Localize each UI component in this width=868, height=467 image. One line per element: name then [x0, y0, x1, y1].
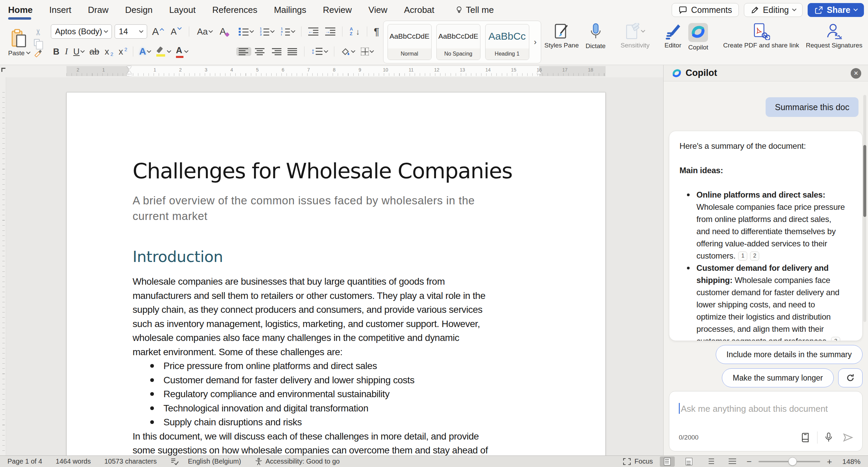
sort-button[interactable] — [347, 26, 363, 37]
styles-gallery-more-button[interactable]: › — [534, 37, 537, 47]
font-size-select[interactable]: 14 — [115, 24, 147, 39]
style-normal[interactable]: AaBbCcDdENormal — [388, 24, 432, 60]
spellcheck-icon[interactable] — [170, 458, 179, 466]
tab-mailings[interactable]: Mailings — [274, 5, 306, 15]
font-name-select[interactable]: Aptos (Body) — [51, 24, 112, 39]
style-no-spacing[interactable]: AaBbCcDdENo Spacing — [436, 24, 480, 60]
grow-font-button[interactable]: A — [150, 25, 166, 38]
increase-indent-button[interactable] — [322, 27, 338, 36]
zoom-slider-handle[interactable] — [788, 457, 797, 466]
focus-mode-button[interactable]: Focus — [623, 458, 653, 465]
web-layout-view-button[interactable] — [682, 456, 696, 467]
horizontal-ruler[interactable]: 21123456789101112131415161718 — [0, 65, 663, 77]
numbered-list-button[interactable] — [257, 27, 276, 36]
styles-pane-button[interactable]: Styles Pane — [541, 21, 582, 63]
zoom-in-button[interactable]: + — [827, 458, 832, 465]
copilot-input[interactable]: Ask me anything about this document 0/20… — [669, 391, 863, 451]
multilevel-list-button[interactable] — [278, 27, 297, 36]
comments-button[interactable]: Comments — [672, 3, 739, 17]
italic-button[interactable]: I — [62, 46, 70, 57]
document-bullet-item[interactable]: Price pressure from online platforms and… — [133, 359, 539, 373]
tab-references[interactable]: References — [212, 5, 257, 15]
justify-button[interactable] — [285, 47, 300, 56]
document-subtitle[interactable]: A brief overview of the common issues fa… — [133, 193, 539, 224]
bullet-list-button[interactable] — [236, 27, 256, 36]
document-bullet-item[interactable]: Technological innovation and digital tra… — [133, 401, 539, 415]
character-count[interactable]: 10573 characters — [104, 458, 157, 465]
borders-button[interactable] — [358, 47, 376, 56]
text-effects-button[interactable]: A — [137, 45, 153, 58]
highlight-button[interactable] — [154, 46, 173, 57]
zoom-level[interactable]: 148% — [839, 458, 861, 466]
tab-stop-selector[interactable] — [1, 68, 5, 72]
line-spacing-button[interactable] — [309, 47, 330, 56]
clear-formatting-button[interactable]: A — [217, 25, 229, 38]
suggestion-more-details[interactable]: Include more details in the summary — [716, 345, 863, 364]
paste-button[interactable]: Paste — [5, 27, 33, 57]
tell-me[interactable]: Tell me — [466, 5, 494, 15]
request-signatures-button[interactable]: Request Signatures — [803, 21, 866, 63]
document-paragraph[interactable]: Wholesale companies are businesses that … — [133, 275, 539, 359]
font-color-button[interactable]: A — [174, 44, 190, 59]
strikethrough-button[interactable]: ab — [87, 46, 102, 58]
hanging-indent-marker[interactable] — [127, 71, 132, 76]
word-count[interactable]: 1464 words — [56, 458, 91, 465]
document-paragraph[interactable]: In this document, we will discuss each o… — [133, 429, 539, 456]
microphone-icon[interactable] — [824, 432, 833, 443]
shading-button[interactable] — [338, 46, 357, 57]
bold-button[interactable]: B — [51, 46, 62, 58]
show-paragraph-marks-button[interactable]: ¶ — [371, 25, 381, 38]
draft-view-button[interactable] — [725, 456, 740, 467]
underline-button[interactable]: U — [71, 46, 86, 58]
create-pdf-button[interactable]: Create PDF and share link — [720, 21, 803, 63]
document-bullet-list[interactable]: Price pressure from online platforms and… — [133, 359, 539, 429]
copilot-response-card[interactable]: Here's a summary of the document: Main i… — [669, 131, 863, 341]
document-canvas[interactable]: Challenges for Wholesale Companies A bri… — [0, 77, 663, 455]
tab-view[interactable]: View — [369, 5, 388, 15]
share-button[interactable]: Share — [808, 3, 864, 17]
page-indicator[interactable]: Page 1 of 4 — [7, 458, 42, 465]
tab-home[interactable]: Home — [8, 5, 33, 15]
tab-layout[interactable]: Layout — [169, 5, 196, 15]
align-left-button[interactable] — [236, 47, 251, 56]
citation-chip[interactable]: 2 — [750, 251, 759, 261]
copy-button[interactable] — [34, 39, 40, 46]
document-title[interactable]: Challenges for Wholesale Companies — [133, 159, 539, 183]
subscript-button[interactable]: x2 — [102, 46, 116, 58]
tab-acrobat[interactable]: Acrobat — [404, 5, 434, 15]
align-center-button[interactable] — [253, 47, 268, 56]
align-right-button[interactable] — [269, 47, 284, 56]
first-line-indent-marker[interactable] — [127, 66, 132, 69]
document-page[interactable]: Challenges for Wholesale Companies A bri… — [66, 92, 606, 455]
accessibility-status[interactable]: Accessibility: Good to go — [255, 458, 340, 466]
vertical-ruler[interactable] — [0, 77, 6, 455]
superscript-button[interactable]: x2 — [116, 46, 130, 58]
citation-chip[interactable]: 1 — [738, 251, 747, 261]
close-icon[interactable]: ✕ — [851, 68, 861, 79]
document-bullet-item[interactable]: Customer demand for faster delivery and … — [133, 373, 539, 387]
copilot-button[interactable]: Copilot — [685, 21, 712, 63]
print-layout-view-button[interactable] — [660, 456, 675, 467]
zoom-out-button[interactable]: − — [747, 458, 752, 465]
document-bullet-item[interactable]: Regulatory compliance and environmental … — [133, 387, 539, 401]
language-indicator[interactable]: English (Belgium) — [188, 458, 241, 465]
document-heading-introduction[interactable]: Introduction — [133, 248, 539, 266]
send-icon[interactable] — [843, 432, 853, 443]
editor-button[interactable]: Editor — [661, 21, 685, 63]
tab-draw[interactable]: Draw — [88, 5, 108, 15]
format-painter-button[interactable] — [34, 49, 43, 57]
dictate-button[interactable]: Dictate — [582, 21, 609, 63]
tab-insert[interactable]: Insert — [49, 5, 71, 15]
tab-review[interactable]: Review — [323, 5, 352, 15]
change-case-button[interactable]: Aa — [195, 26, 215, 38]
decrease-indent-button[interactable] — [305, 27, 321, 36]
regenerate-button[interactable] — [838, 368, 863, 387]
cut-button[interactable]: ✂ — [34, 27, 43, 36]
style-heading-1[interactable]: AaBbCcHeading 1 — [485, 24, 529, 60]
document-bullet-item[interactable]: Supply chain disruptions and risks — [133, 415, 539, 429]
editing-mode-button[interactable]: Editing — [744, 3, 802, 17]
right-indent-marker[interactable] — [537, 71, 541, 74]
outline-view-button[interactable] — [703, 456, 718, 467]
citation-chip[interactable]: 3 — [831, 337, 840, 341]
zoom-slider[interactable] — [758, 461, 820, 462]
